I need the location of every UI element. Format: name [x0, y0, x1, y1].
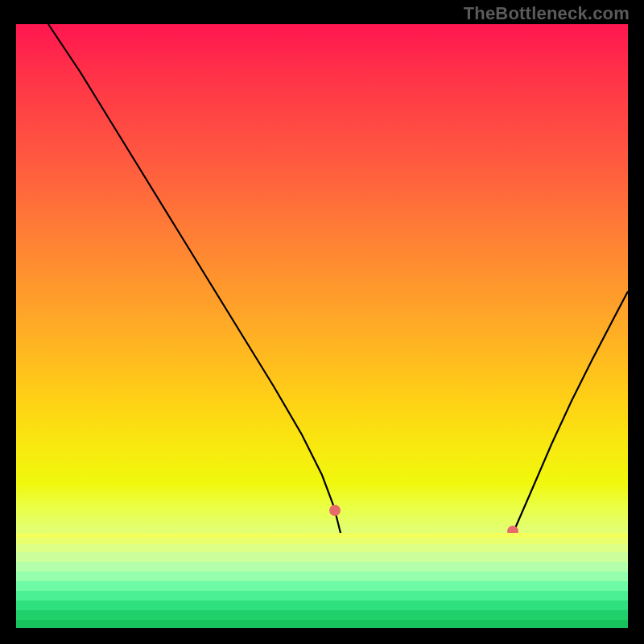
curve-marker	[502, 540, 513, 551]
curve-marker	[353, 594, 365, 605]
watermark-text: TheBottleneck.com	[464, 3, 630, 24]
bottleneck-curve	[48, 24, 628, 625]
curve-marker	[341, 543, 352, 555]
curve-markers	[329, 505, 518, 628]
curve-marker	[338, 534, 349, 545]
chart-frame: TheBottleneck.com	[0, 0, 644, 644]
curve-marker	[365, 608, 377, 619]
curve-marker	[507, 526, 518, 537]
curve-marker	[459, 604, 470, 615]
curve-marker	[437, 614, 448, 625]
curve-marker	[472, 592, 483, 603]
curve-marker	[344, 558, 355, 569]
curve-marker	[427, 617, 439, 628]
curve-marker	[349, 582, 361, 593]
curve-marker	[482, 577, 493, 588]
curve-marker	[449, 609, 460, 621]
curve-marker	[405, 619, 416, 628]
chart-svg	[16, 24, 628, 628]
plot-area	[16, 24, 628, 628]
curve-marker	[418, 618, 429, 628]
curve-marker	[329, 505, 341, 516]
